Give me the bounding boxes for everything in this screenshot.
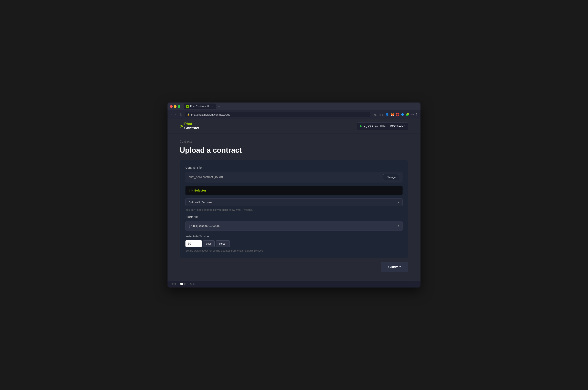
page-title: Upload a contract (180, 146, 408, 154)
stat-messages: 💬 0 (180, 283, 186, 286)
timeout-label: Instantiate Timeout (185, 235, 403, 238)
breadcrumb: Contracts (180, 140, 408, 143)
messages-count: 0 (184, 283, 186, 286)
reset-button[interactable]: Reset (216, 240, 230, 247)
selector-dropdown-wrap: 0x9bae9d5e | new ▾ (185, 198, 403, 206)
cluster-value: [Public] 0x0000...000000 (189, 224, 220, 228)
init-selector-header: Init Selector (185, 186, 403, 195)
active-tab[interactable]: P Phat Contracts UI ✕ (184, 103, 216, 109)
settings-count: 0 (193, 283, 194, 286)
online-indicator (360, 125, 362, 127)
wallet-icon[interactable]: 🔷 (401, 113, 405, 116)
init-selector-title: Init Selector (189, 189, 206, 192)
bottom-bar: ⧉ 0 💬 0 ⚙ 0 (168, 281, 420, 288)
submit-area: Submit (180, 262, 408, 272)
messages-icon: 💬 (180, 283, 183, 286)
chevron-down-icon: ▾ (398, 201, 399, 204)
change-button[interactable]: Change (383, 174, 399, 180)
title-bar: P Phat Contracts UI ✕ + ⌄ (168, 102, 420, 110)
selector-dropdown[interactable]: 0x9bae9d5e | new ▾ (185, 198, 403, 206)
logo-contract: Contract (184, 126, 199, 130)
tab-title: Phat Contracts UI (190, 105, 210, 108)
forward-button[interactable]: › (174, 112, 177, 117)
logo-text: Phat: Contract (184, 122, 199, 130)
account-badge[interactable]: 9,997.99 PHA ROOT-Alice (357, 123, 408, 130)
stat-connections: ⧉ 0 (171, 282, 176, 286)
url-display: phat.phala.network/contracts/add (191, 113, 230, 116)
window-controls: ⌄ (416, 105, 418, 108)
new-tab-button[interactable]: + (217, 104, 222, 108)
app-header: > Phat: Contract 9,997.99 PHA ROOT-Alice (168, 119, 420, 134)
polkadot-icon[interactable]: ⭕ (396, 113, 399, 116)
timeout-input[interactable] (185, 240, 202, 247)
minimize-button[interactable] (174, 105, 176, 108)
timeout-row: secs Reset (185, 240, 403, 247)
tab-close-button[interactable]: ✕ (211, 105, 214, 108)
back-button[interactable]: ‹ (170, 112, 173, 117)
balance-main: 9,997 (364, 124, 373, 128)
tab-favicon: P (186, 105, 189, 108)
file-name: phat_hello.contract (45 kB) (189, 175, 223, 179)
selector-value: 0x9bae9d5e | new (189, 201, 212, 204)
maximize-button[interactable] (178, 105, 180, 108)
cluster-dropdown[interactable]: [Public] 0x0000...000000 ▾ (185, 221, 403, 231)
traffic-lights (170, 105, 180, 108)
stat-settings: ⚙ 0 (190, 283, 194, 286)
selector-hint: You don't need change it if you don't kn… (185, 208, 403, 211)
timeout-hint: Set up wait timeout for polling updates … (185, 249, 403, 252)
balance-decimal: .99 (373, 125, 378, 128)
file-row: phat_hello.contract (45 kB) Change (185, 172, 403, 183)
settings-icon: ⚙ (190, 283, 192, 286)
extensions-icon[interactable]: □ (382, 113, 384, 116)
address-bar: ‹ › ↻ 🔒 phat.phala.network/contracts/add… (168, 110, 420, 119)
browser-toolbar: ↑□ ☆ □ 👤 🦊 ⭕ 🔷 🧩 ▭ ⋮ (374, 113, 418, 116)
upload-card: Contract File phat_hello.contract (45 kB… (180, 160, 408, 258)
page-content: > Phat: Contract 9,997.99 PHA ROOT-Alice… (168, 119, 420, 288)
close-button[interactable] (170, 105, 173, 108)
tab-bar: P Phat Contracts UI ✕ + (184, 103, 414, 109)
contract-file-label: Contract File (185, 166, 403, 169)
secs-label: secs (203, 240, 215, 247)
more-icon[interactable]: ⋮ (415, 113, 418, 116)
cluster-chevron-icon: ▾ (398, 224, 399, 227)
logo-phat: Phat: (184, 122, 193, 126)
connections-icon: ⧉ (171, 282, 173, 286)
lock-icon: 🔒 (187, 113, 190, 116)
app-logo: > Phat: Contract (180, 122, 199, 130)
profile-icon[interactable]: 👤 (385, 113, 389, 116)
main-content: Contracts Upload a contract Contract Fil… (168, 134, 420, 281)
cluster-id-label: Cluster ID (185, 215, 403, 219)
sidebar-icon[interactable]: ▭ (411, 113, 414, 116)
metamask-icon[interactable]: 🦊 (390, 113, 394, 116)
puzzle-icon[interactable]: 🧩 (406, 113, 410, 116)
browser-window: P Phat Contracts UI ✕ + ⌄ ‹ › ↻ 🔒 phat.p… (168, 102, 420, 288)
submit-button[interactable]: Submit (381, 262, 408, 272)
account-name: ROOT-Alice (388, 125, 405, 128)
address-bar-input[interactable]: 🔒 phat.phala.network/contracts/add (185, 112, 371, 117)
connections-count: 0 (174, 283, 176, 286)
balance-display: 9,997.99 (364, 124, 378, 128)
bookmark-icon[interactable]: ☆ (378, 113, 381, 116)
logo-icon: > (180, 123, 183, 129)
balance-unit: PHA (380, 125, 386, 128)
refresh-button[interactable]: ↻ (179, 112, 183, 117)
share-icon[interactable]: ↑□ (374, 113, 377, 116)
